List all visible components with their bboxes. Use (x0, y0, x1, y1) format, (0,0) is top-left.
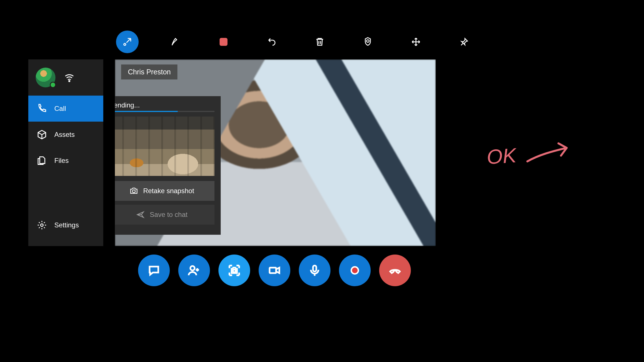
snapshot-status-label: Sending... (115, 101, 214, 109)
call-app-panel: Call Assets Files Settings Chris Preston… (28, 59, 436, 246)
retake-snapshot-label: Retake snapshot (143, 187, 194, 195)
sidebar-nav: Call Assets Files (28, 96, 103, 174)
toggle-mic-button[interactable] (299, 255, 330, 286)
ink-text: OK (486, 143, 517, 169)
record-button[interactable] (339, 255, 371, 286)
snapshot-icon (228, 264, 241, 277)
record-icon (351, 266, 359, 275)
sidebar-item-settings[interactable]: Settings (28, 212, 103, 238)
sidebar-item-assets[interactable]: Assets (28, 122, 103, 148)
package-icon (37, 130, 47, 140)
presence-badge-available (50, 82, 56, 88)
toggle-video-button[interactable] (259, 255, 290, 286)
move-icon (411, 37, 421, 47)
chat-icon (147, 264, 160, 277)
snapshot-thumbnail (115, 117, 214, 176)
arrow-right-icon (524, 139, 574, 167)
stop-icon (220, 38, 227, 46)
pen-button[interactable] (164, 31, 187, 53)
svg-point-0 (124, 43, 126, 45)
svg-point-5 (190, 266, 195, 270)
undo-icon (267, 37, 277, 47)
sidebar-item-label: Assets (54, 131, 75, 139)
remote-name-label: Chris Preston (128, 68, 171, 76)
delete-button[interactable] (308, 31, 331, 53)
svg-rect-7 (270, 268, 276, 273)
add-person-icon (188, 264, 201, 277)
sidebar: Call Assets Files Settings (28, 59, 103, 246)
sidebar-item-call[interactable]: Call (28, 96, 103, 122)
sidebar-header (28, 59, 103, 96)
ink-annotation: OK (486, 139, 574, 170)
remote-name-tag: Chris Preston (121, 64, 177, 79)
stop-shape-button[interactable] (212, 31, 235, 53)
save-to-chat-button: Save to chat (115, 205, 214, 225)
phone-icon (37, 104, 47, 114)
snapshot-panel: Sending... Retake snapshot Save to chat (115, 96, 221, 235)
hangup-button[interactable] (379, 255, 411, 286)
mic-icon (308, 264, 321, 277)
chat-button[interactable] (138, 255, 170, 286)
sidebar-item-label: Settings (54, 221, 79, 229)
svg-point-4 (132, 190, 135, 193)
save-to-chat-label: Save to chat (150, 211, 187, 219)
retake-snapshot-button[interactable]: Retake snapshot (115, 181, 214, 201)
snapshot-progress-fill (115, 111, 178, 112)
hangup-icon (388, 264, 402, 277)
pen-icon (170, 37, 181, 47)
svg-point-1 (367, 40, 369, 42)
lens-button[interactable] (357, 31, 379, 53)
sidebar-item-label: Call (54, 105, 66, 113)
trash-icon (315, 37, 325, 47)
lens-icon (363, 37, 373, 47)
move-button[interactable] (405, 31, 427, 53)
remote-video: Chris Preston Sending... Retake snapshot… (115, 59, 436, 246)
svg-point-2 (69, 81, 70, 82)
pin-button[interactable] (453, 31, 475, 53)
files-icon (37, 156, 47, 166)
gear-icon (37, 220, 47, 230)
collapse-icon (122, 37, 132, 47)
svg-point-3 (41, 224, 43, 227)
annotation-toolbar (116, 31, 475, 53)
collapse-button[interactable] (116, 31, 139, 53)
undo-button[interactable] (260, 31, 283, 53)
add-participant-button[interactable] (178, 255, 210, 286)
take-snapshot-button[interactable] (218, 255, 250, 286)
pin-icon (459, 37, 469, 47)
send-icon (136, 210, 145, 219)
svg-rect-8 (313, 266, 316, 272)
sidebar-item-files[interactable]: Files (28, 148, 103, 174)
avatar[interactable] (36, 68, 55, 87)
svg-point-6 (233, 270, 236, 272)
call-controls-dock (138, 255, 411, 286)
snapshot-progress (115, 111, 214, 112)
wifi-icon (64, 72, 75, 83)
snapshot-icon (130, 187, 138, 195)
sidebar-item-label: Files (54, 157, 69, 165)
video-icon (268, 264, 281, 277)
